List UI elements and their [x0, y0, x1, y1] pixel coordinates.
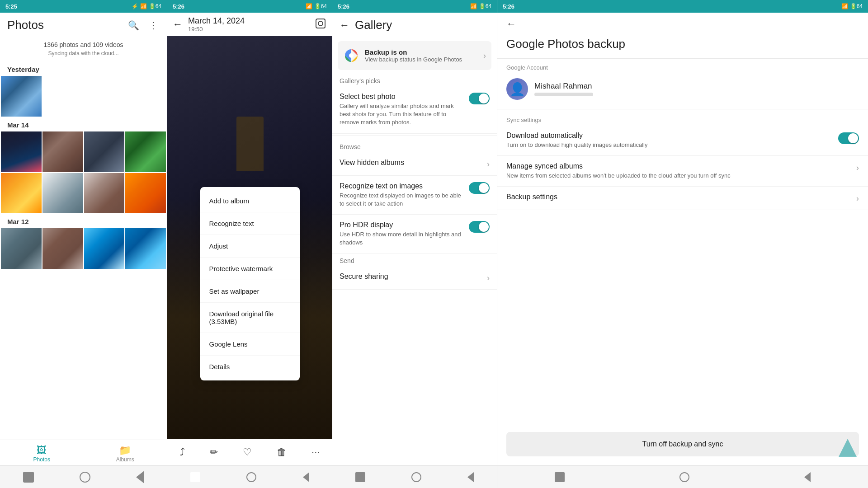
tab-photos-label: Photos — [33, 456, 50, 463]
photo-view-container: Add to album Recognize text Adjust Prote… — [167, 36, 332, 439]
back-button[interactable]: ← — [173, 19, 183, 30]
section-browse: Browse — [332, 138, 497, 152]
gallery-header: ← Gallery — [332, 13, 497, 38]
turn-off-backup-button[interactable]: Turn off backup and sync — [506, 432, 859, 456]
photo-thumb[interactable] — [42, 173, 83, 214]
pro-hdr-toggle[interactable] — [469, 221, 490, 233]
sync-section-label: Sync settings — [497, 111, 868, 125]
photos-panel: 5:25 ⚡ 📶 🔋64 Photos 🔍 ⋮ 1366 photos and … — [0, 0, 167, 488]
photos-tab-icon: 🖼 — [37, 445, 47, 456]
tab-photos[interactable]: 🖼 Photos — [0, 440, 84, 465]
photo-viewer-icon[interactable] — [314, 17, 327, 32]
nav-bar-2 — [167, 465, 332, 488]
action-icons: 🔍 ⋮ — [127, 19, 160, 32]
menu-item-wallpaper[interactable]: Set as wallpaper — [200, 280, 300, 303]
status-bar-2: 5:26 📶 🔋64 — [167, 0, 332, 13]
secure-sharing-arrow-icon: › — [487, 273, 490, 283]
back-nav-btn[interactable] — [136, 471, 144, 483]
photo-grid-mar12 — [0, 227, 167, 270]
view-hidden-title: View hidden albums — [340, 159, 481, 167]
more-button[interactable]: ··· — [309, 444, 322, 461]
circle-nav-btn-2[interactable] — [246, 472, 256, 482]
share-button[interactable]: ⤴ — [177, 444, 188, 461]
home-nav-btn-4[interactable] — [555, 472, 565, 482]
recognize-text-item[interactable]: Recognize text on images Recognize text … — [332, 176, 497, 215]
gallery-back-btn[interactable]: ← — [340, 19, 349, 31]
view-hidden-albums-item[interactable]: View hidden albums › — [332, 152, 497, 176]
circle-nav-btn-3[interactable] — [411, 472, 421, 482]
home-nav-btn-3[interactable] — [355, 472, 365, 482]
photo-grid-mar14 — [0, 131, 167, 215]
sync-status: Syncing data with the cloud... — [0, 50, 167, 62]
photo-thumb[interactable] — [42, 228, 83, 269]
backup-card[interactable]: Backup is on View backup status in Googl… — [338, 41, 491, 70]
edit-button[interactable]: ✏ — [207, 444, 221, 461]
backup-back-btn[interactable]: ← — [506, 18, 516, 30]
circle-nav-btn[interactable] — [80, 472, 90, 483]
menu-item-add-album[interactable]: Add to album — [200, 190, 300, 212]
select-best-photo-item[interactable]: Select best photo Gallery will analyze s… — [332, 86, 497, 134]
select-best-content: Select best photo Gallery will analyze s… — [340, 93, 463, 127]
status-time-2: 5:26 — [173, 3, 184, 10]
account-section-label: Google Account — [497, 61, 868, 75]
back-nav-btn-4[interactable] — [804, 472, 811, 482]
photo-thumb[interactable] — [125, 131, 166, 172]
backup-settings-content: Backup settings — [506, 193, 851, 201]
pro-hdr-title: Pro HDR display — [340, 221, 463, 229]
back-nav-btn-2[interactable] — [303, 472, 309, 482]
download-auto-toggle[interactable] — [838, 132, 859, 144]
photo-thumb[interactable] — [125, 228, 166, 269]
recognize-text-title: Recognize text on images — [340, 182, 463, 190]
home-nav-btn-2[interactable] — [190, 472, 200, 482]
download-auto-item[interactable]: Download automatically Turn on to downlo… — [497, 125, 868, 156]
menu-item-recognize-text[interactable]: Recognize text — [200, 212, 300, 235]
manage-synced-content: Manage synced albums New items from sele… — [506, 162, 851, 180]
photo-viewer-panel: 5:26 📶 🔋64 ← March 14, 2024 19:50 Add to… — [167, 0, 332, 488]
delete-button[interactable]: 🗑 — [274, 444, 289, 461]
photo-thumb[interactable] — [84, 173, 125, 214]
photo-thumb[interactable] — [1, 228, 42, 269]
photo-thumb[interactable] — [1, 173, 42, 214]
recognize-text-content: Recognize text on images Recognize text … — [340, 182, 463, 208]
page-title: Photos — [7, 18, 44, 32]
status-bar-4: 5:26 📶 🔋64 — [497, 0, 868, 13]
secure-sharing-item[interactable]: Secure sharing › — [332, 266, 497, 290]
secure-sharing-content: Secure sharing — [340, 272, 481, 281]
photo-thumb[interactable] — [42, 131, 83, 172]
photos-count: 1366 photos and 109 videos — [0, 38, 167, 50]
secure-sharing-title: Secure sharing — [340, 272, 481, 281]
menu-item-download[interactable]: Download original file (3.53MB) — [200, 303, 300, 333]
backup-arrow-icon: › — [483, 51, 486, 61]
section-gallery-picks: Gallery's picks — [332, 74, 497, 86]
bluetooth-icon: ⚡ — [132, 3, 138, 9]
recognize-text-toggle[interactable] — [469, 182, 490, 194]
menu-item-watermark[interactable]: Protective watermark — [200, 258, 300, 280]
like-button[interactable]: ♡ — [240, 444, 255, 461]
photo-thumb[interactable] — [1, 76, 42, 117]
select-best-toggle[interactable] — [469, 93, 490, 104]
back-nav-btn-3[interactable] — [467, 472, 474, 482]
backup-settings-item[interactable]: Backup settings › — [497, 187, 868, 210]
status-icons-1: ⚡ 📶 🔋64 — [132, 3, 161, 9]
menu-item-google-lens[interactable]: Google Lens — [200, 333, 300, 356]
section-send: Send — [332, 253, 497, 266]
photo-thumb[interactable] — [84, 131, 125, 172]
home-nav-btn[interactable] — [23, 472, 34, 483]
photo-thumb[interactable] — [1, 131, 42, 172]
photo-thumb[interactable] — [125, 173, 166, 214]
search-button[interactable]: 🔍 — [127, 19, 140, 32]
photo-thumb[interactable] — [84, 228, 125, 269]
menu-item-details[interactable]: Details — [200, 356, 300, 378]
manage-synced-item[interactable]: Manage synced albums New items from sele… — [497, 156, 868, 187]
tab-albums[interactable]: 📁 Albums — [84, 440, 167, 465]
pro-hdr-item[interactable]: Pro HDR display Use HDR to show more det… — [332, 215, 497, 253]
circle-nav-btn-4[interactable] — [679, 472, 689, 482]
nav-bar-4 — [497, 465, 868, 488]
photo-date: March 14, 2024 — [188, 16, 245, 26]
section-mar12: Mar 12 — [0, 214, 167, 227]
backup-settings-arrow-icon: › — [856, 194, 859, 203]
bottom-tab-bar: 🖼 Photos 📁 Albums — [0, 440, 167, 465]
manage-synced-sub: New items from selected albums won't be … — [506, 172, 851, 180]
menu-item-adjust[interactable]: Adjust — [200, 235, 300, 258]
more-options-button[interactable]: ⋮ — [147, 19, 160, 32]
